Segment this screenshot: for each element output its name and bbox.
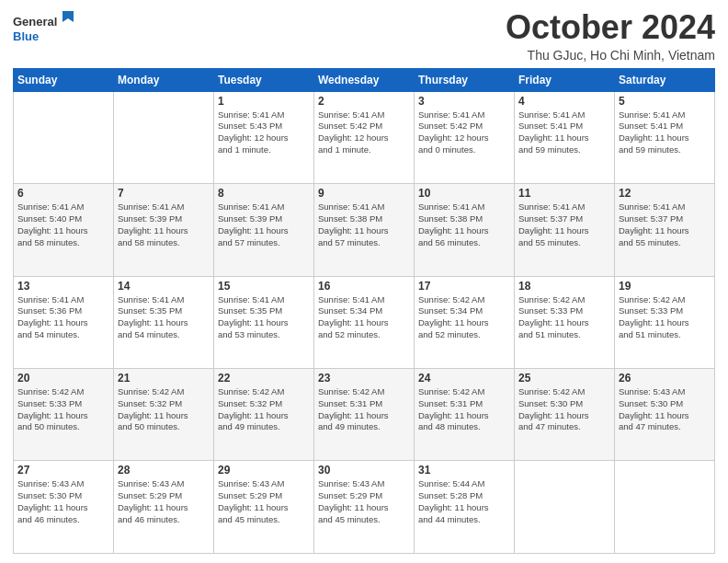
calendar-cell: 25Sunrise: 5:42 AM Sunset: 5:30 PM Dayli… <box>515 369 615 461</box>
calendar-cell: 1Sunrise: 5:41 AM Sunset: 5:43 PM Daylig… <box>214 91 314 183</box>
day-info: Sunrise: 5:42 AM Sunset: 5:31 PM Dayligh… <box>418 386 510 433</box>
day-header-monday: Monday <box>114 68 214 91</box>
calendar-cell: 6Sunrise: 5:41 AM Sunset: 5:40 PM Daylig… <box>14 184 114 276</box>
day-info: Sunrise: 5:41 AM Sunset: 5:35 PM Dayligh… <box>118 294 210 341</box>
calendar-cell: 23Sunrise: 5:42 AM Sunset: 5:31 PM Dayli… <box>314 369 415 461</box>
day-info: Sunrise: 5:43 AM Sunset: 5:29 PM Dayligh… <box>118 478 210 525</box>
calendar-cell: 16Sunrise: 5:41 AM Sunset: 5:34 PM Dayli… <box>314 276 415 368</box>
day-info: Sunrise: 5:41 AM Sunset: 5:34 PM Dayligh… <box>318 294 410 341</box>
page: General Blue October 2024 Thu GJuc, Ho C… <box>0 0 728 563</box>
calendar-week-2: 6Sunrise: 5:41 AM Sunset: 5:40 PM Daylig… <box>14 184 715 276</box>
day-info: Sunrise: 5:41 AM Sunset: 5:43 PM Dayligh… <box>218 109 310 156</box>
calendar-cell: 24Sunrise: 5:42 AM Sunset: 5:31 PM Dayli… <box>415 369 515 461</box>
day-number: 11 <box>518 187 610 200</box>
day-info: Sunrise: 5:41 AM Sunset: 5:38 PM Dayligh… <box>418 201 510 248</box>
day-info: Sunrise: 5:41 AM Sunset: 5:36 PM Dayligh… <box>17 294 109 341</box>
calendar-cell: 27Sunrise: 5:43 AM Sunset: 5:30 PM Dayli… <box>14 461 114 554</box>
calendar-cell: 29Sunrise: 5:43 AM Sunset: 5:29 PM Dayli… <box>214 461 314 554</box>
day-info: Sunrise: 5:42 AM Sunset: 5:31 PM Dayligh… <box>318 386 410 433</box>
calendar-week-5: 27Sunrise: 5:43 AM Sunset: 5:30 PM Dayli… <box>14 461 715 554</box>
day-number: 8 <box>218 187 310 200</box>
location-subtitle: Thu GJuc, Ho Chi Minh, Vietnam <box>506 48 715 63</box>
day-number: 24 <box>418 372 510 385</box>
day-number: 23 <box>318 372 410 385</box>
calendar-cell: 21Sunrise: 5:42 AM Sunset: 5:32 PM Dayli… <box>114 369 214 461</box>
day-number: 7 <box>118 187 210 200</box>
day-info: Sunrise: 5:43 AM Sunset: 5:29 PM Dayligh… <box>318 478 410 525</box>
day-info: Sunrise: 5:41 AM Sunset: 5:41 PM Dayligh… <box>518 109 610 156</box>
calendar-cell: 7Sunrise: 5:41 AM Sunset: 5:39 PM Daylig… <box>114 184 214 276</box>
day-number: 5 <box>619 95 711 108</box>
calendar-cell: 5Sunrise: 5:41 AM Sunset: 5:41 PM Daylig… <box>615 91 715 183</box>
day-number: 19 <box>619 280 711 293</box>
calendar-cell: 4Sunrise: 5:41 AM Sunset: 5:41 PM Daylig… <box>515 91 615 183</box>
day-number: 4 <box>518 95 610 108</box>
calendar-cell: 15Sunrise: 5:41 AM Sunset: 5:35 PM Dayli… <box>214 276 314 368</box>
day-number: 26 <box>619 372 711 385</box>
day-number: 9 <box>318 187 410 200</box>
day-number: 31 <box>418 464 510 477</box>
day-number: 1 <box>218 95 310 108</box>
day-info: Sunrise: 5:42 AM Sunset: 5:32 PM Dayligh… <box>118 386 210 433</box>
calendar-cell: 8Sunrise: 5:41 AM Sunset: 5:39 PM Daylig… <box>214 184 314 276</box>
calendar-cell <box>615 461 715 554</box>
day-number: 3 <box>418 95 510 108</box>
svg-text:General: General <box>13 15 57 29</box>
calendar-week-1: 1Sunrise: 5:41 AM Sunset: 5:43 PM Daylig… <box>14 91 715 183</box>
calendar-cell: 20Sunrise: 5:42 AM Sunset: 5:33 PM Dayli… <box>14 369 114 461</box>
day-header-wednesday: Wednesday <box>314 68 415 91</box>
calendar-cell: 30Sunrise: 5:43 AM Sunset: 5:29 PM Dayli… <box>314 461 415 554</box>
header: General Blue October 2024 Thu GJuc, Ho C… <box>13 9 715 63</box>
calendar-cell: 31Sunrise: 5:44 AM Sunset: 5:28 PM Dayli… <box>415 461 515 554</box>
day-number: 21 <box>118 372 210 385</box>
title-area: October 2024 Thu GJuc, Ho Chi Minh, Viet… <box>506 9 715 63</box>
day-info: Sunrise: 5:42 AM Sunset: 5:33 PM Dayligh… <box>17 386 109 433</box>
calendar-cell: 19Sunrise: 5:42 AM Sunset: 5:33 PM Dayli… <box>615 276 715 368</box>
calendar-cell: 3Sunrise: 5:41 AM Sunset: 5:42 PM Daylig… <box>415 91 515 183</box>
day-info: Sunrise: 5:41 AM Sunset: 5:39 PM Dayligh… <box>218 201 310 248</box>
day-info: Sunrise: 5:43 AM Sunset: 5:30 PM Dayligh… <box>619 386 711 433</box>
calendar-header-row: SundayMondayTuesdayWednesdayThursdayFrid… <box>14 68 715 91</box>
day-number: 16 <box>318 280 410 293</box>
day-info: Sunrise: 5:42 AM Sunset: 5:33 PM Dayligh… <box>518 294 610 341</box>
day-number: 10 <box>418 187 510 200</box>
day-info: Sunrise: 5:42 AM Sunset: 5:33 PM Dayligh… <box>619 294 711 341</box>
logo-area: General Blue <box>13 9 77 50</box>
day-header-tuesday: Tuesday <box>214 68 314 91</box>
calendar-cell: 26Sunrise: 5:43 AM Sunset: 5:30 PM Dayli… <box>615 369 715 461</box>
calendar-week-3: 13Sunrise: 5:41 AM Sunset: 5:36 PM Dayli… <box>14 276 715 368</box>
day-info: Sunrise: 5:42 AM Sunset: 5:30 PM Dayligh… <box>518 386 610 433</box>
day-info: Sunrise: 5:42 AM Sunset: 5:34 PM Dayligh… <box>418 294 510 341</box>
day-number: 15 <box>218 280 310 293</box>
day-header-friday: Friday <box>515 68 615 91</box>
day-number: 30 <box>318 464 410 477</box>
day-header-sunday: Sunday <box>14 68 114 91</box>
day-info: Sunrise: 5:41 AM Sunset: 5:38 PM Dayligh… <box>318 201 410 248</box>
calendar-table: SundayMondayTuesdayWednesdayThursdayFrid… <box>13 68 715 554</box>
svg-text:Blue: Blue <box>13 29 39 43</box>
day-number: 29 <box>218 464 310 477</box>
day-info: Sunrise: 5:42 AM Sunset: 5:32 PM Dayligh… <box>218 386 310 433</box>
day-header-thursday: Thursday <box>415 68 515 91</box>
calendar-week-4: 20Sunrise: 5:42 AM Sunset: 5:33 PM Dayli… <box>14 369 715 461</box>
day-number: 14 <box>118 280 210 293</box>
calendar-cell <box>14 91 114 183</box>
day-info: Sunrise: 5:41 AM Sunset: 5:35 PM Dayligh… <box>218 294 310 341</box>
day-info: Sunrise: 5:41 AM Sunset: 5:37 PM Dayligh… <box>619 201 711 248</box>
day-number: 6 <box>17 187 109 200</box>
calendar-cell: 18Sunrise: 5:42 AM Sunset: 5:33 PM Dayli… <box>515 276 615 368</box>
calendar-cell <box>114 91 214 183</box>
day-info: Sunrise: 5:43 AM Sunset: 5:30 PM Dayligh… <box>17 478 109 525</box>
day-info: Sunrise: 5:41 AM Sunset: 5:39 PM Dayligh… <box>118 201 210 248</box>
calendar-cell: 10Sunrise: 5:41 AM Sunset: 5:38 PM Dayli… <box>415 184 515 276</box>
calendar-cell: 11Sunrise: 5:41 AM Sunset: 5:37 PM Dayli… <box>515 184 615 276</box>
day-header-saturday: Saturday <box>615 68 715 91</box>
calendar-cell: 28Sunrise: 5:43 AM Sunset: 5:29 PM Dayli… <box>114 461 214 554</box>
calendar-cell <box>515 461 615 554</box>
day-number: 18 <box>518 280 610 293</box>
day-number: 28 <box>118 464 210 477</box>
calendar-cell: 17Sunrise: 5:42 AM Sunset: 5:34 PM Dayli… <box>415 276 515 368</box>
day-info: Sunrise: 5:43 AM Sunset: 5:29 PM Dayligh… <box>218 478 310 525</box>
day-number: 2 <box>318 95 410 108</box>
month-title: October 2024 <box>506 9 715 46</box>
